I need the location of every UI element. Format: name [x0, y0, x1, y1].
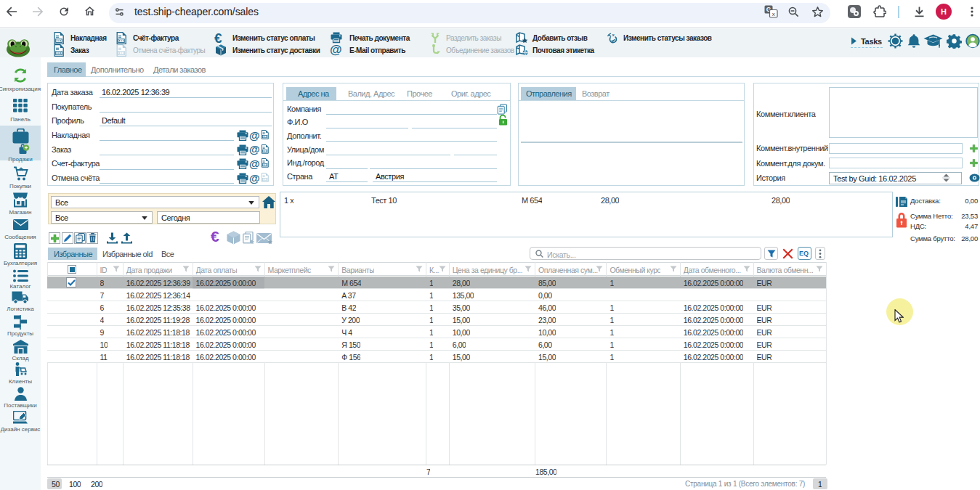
svg-text:x: x	[612, 33, 615, 37]
svg-text:х: х	[772, 11, 775, 17]
